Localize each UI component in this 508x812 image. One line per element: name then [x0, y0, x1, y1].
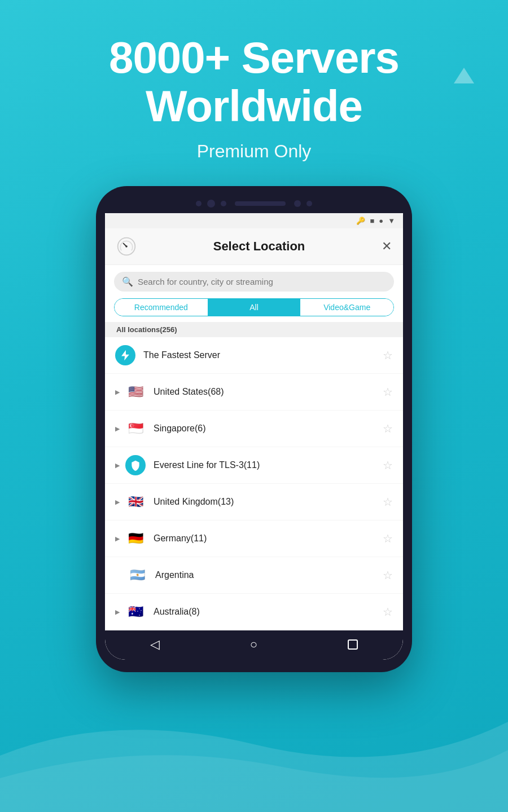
flag-icon: 🇸🇬 [125, 418, 146, 439]
search-bar[interactable]: 🔍 [114, 272, 394, 292]
phone-screen: 🔑 ■ ● ▼ Select Location ✕ 🔍 [105, 213, 403, 660]
location-name: Argentina [155, 570, 383, 580]
signal-icon: ▼ [388, 217, 395, 225]
tab-videogame[interactable]: Video&Game [300, 299, 393, 316]
search-input[interactable] [138, 277, 386, 286]
list-item[interactable]: ▶ 🇦🇺 Australia(8) ☆ [105, 594, 403, 630]
tab-all[interactable]: All [208, 299, 301, 316]
location-name: Singapore(6) [154, 423, 383, 434]
location-name: Everest Line for TLS-3(11) [154, 460, 383, 470]
background-wave [0, 654, 508, 812]
list-item[interactable]: ▶ 🇩🇪 Germany(11) ☆ [105, 520, 403, 557]
list-item[interactable]: ▶ Everest Line for TLS-3(11) ☆ [105, 447, 403, 484]
recents-nav-icon[interactable] [348, 639, 358, 650]
favorite-star[interactable]: ☆ [383, 348, 393, 362]
list-item[interactable]: ▶ 🇸🇬 Singapore(6) ☆ [105, 411, 403, 447]
home-nav-icon[interactable]: ○ [250, 637, 257, 652]
location-name: The Fastest Server [143, 350, 383, 360]
expand-arrow: ▶ [115, 498, 120, 506]
favorite-star[interactable]: ☆ [383, 458, 393, 472]
bottom-nav: ◁ ○ [105, 630, 403, 660]
flag-icon: 🇩🇪 [125, 528, 146, 549]
phone-speaker [235, 201, 286, 206]
screen-title: Select Location [213, 239, 305, 254]
expand-arrow: ▶ [115, 425, 120, 433]
favorite-star[interactable]: ☆ [383, 532, 393, 545]
list-item[interactable]: ▶ 🇺🇸 United States(68) ☆ [105, 374, 403, 411]
close-button[interactable]: ✕ [382, 239, 392, 254]
favorite-star[interactable]: ☆ [383, 422, 393, 435]
status-bar: 🔑 ■ ● ▼ [105, 213, 403, 228]
location-list: The Fastest Server ☆ ▶ 🇺🇸 United States(… [105, 337, 403, 630]
list-item[interactable]: ▶ 🇬🇧 United Kingdom(13) ☆ [105, 484, 403, 520]
svg-point-2 [125, 245, 128, 248]
phone-dot-3 [221, 201, 226, 206]
phone-dot-4 [306, 201, 312, 206]
header-subtitle: Premium Only [0, 141, 508, 162]
speedometer-icon [116, 236, 137, 257]
expand-arrow: ▶ [115, 535, 120, 542]
main-headline: 8000+ Servers Worldwide [0, 34, 508, 131]
location-name: United States(68) [154, 387, 383, 397]
flag-icon: 🇺🇸 [125, 382, 146, 402]
favorite-star[interactable]: ☆ [383, 495, 393, 509]
phone-top-bar [105, 196, 403, 213]
favorite-star[interactable]: ☆ [383, 568, 393, 582]
expand-arrow: ▶ [115, 389, 120, 396]
favorite-star[interactable]: ☆ [383, 385, 393, 399]
flag-icon: 🇦🇷 [127, 565, 147, 585]
back-nav-icon[interactable]: ◁ [150, 637, 160, 652]
phone-mockup: 🔑 ■ ● ▼ Select Location ✕ 🔍 [96, 186, 412, 672]
location-name: Germany(11) [154, 533, 383, 544]
header-section: 8000+ Servers Worldwide Premium Only [0, 0, 508, 162]
tab-recommended[interactable]: Recommended [115, 299, 208, 316]
favorite-star[interactable]: ☆ [383, 605, 393, 619]
flag-icon: 🇬🇧 [125, 492, 146, 512]
phone-dot-1 [196, 201, 202, 206]
list-item[interactable]: 🇦🇷 Argentina ☆ [105, 557, 403, 594]
circle-icon: ● [379, 217, 383, 225]
list-item[interactable]: The Fastest Server ☆ [105, 337, 403, 374]
location-name: United Kingdom(13) [154, 497, 383, 507]
location-tabs: Recommended All Video&Game [114, 298, 394, 316]
expand-arrow: ▶ [115, 462, 120, 469]
phone-camera [294, 200, 301, 207]
key-icon: 🔑 [356, 217, 365, 225]
fastest-server-icon [115, 345, 135, 365]
phone-dot-2 [207, 200, 215, 208]
phone-frame: 🔑 ■ ● ▼ Select Location ✕ 🔍 [96, 186, 412, 672]
app-header: Select Location ✕ [105, 228, 403, 265]
section-header: All locations(256) [105, 322, 403, 337]
square-icon: ■ [370, 217, 374, 225]
shield-icon [125, 455, 146, 475]
expand-arrow: ▶ [115, 608, 120, 616]
flag-icon: 🇦🇺 [125, 602, 146, 622]
location-name: Australia(8) [154, 607, 383, 617]
search-icon: 🔍 [122, 276, 133, 287]
